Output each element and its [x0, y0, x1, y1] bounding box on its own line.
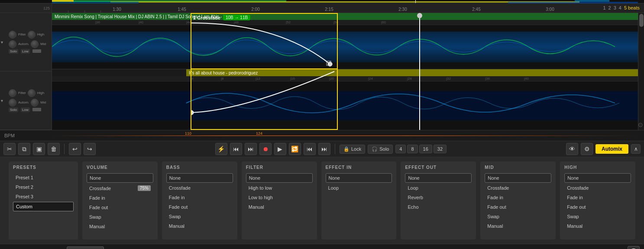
track1-high-knob[interactable]: [28, 31, 36, 39]
track2-mid-label: Mid: [40, 100, 46, 104]
track1-solo-btn[interactable]: Solo: [9, 49, 18, 54]
volume-fadein[interactable]: Fade in: [87, 194, 153, 202]
bass-fadein[interactable]: Fade in: [166, 193, 233, 202]
scissors-btn[interactable]: ✂: [3, 143, 16, 155]
tab-playlist[interactable]: Playlist: [4, 246, 36, 249]
track2-autom-knob[interactable]: [9, 99, 16, 107]
loop-btn[interactable]: 🔁: [289, 143, 301, 155]
filter-lowtohigh[interactable]: Low to high: [246, 193, 313, 202]
tab-track[interactable]: Track: [37, 246, 65, 249]
bass-crossfade[interactable]: Crossfade: [166, 184, 233, 192]
effectout-reverb[interactable]: Reverb: [405, 193, 472, 202]
effectin-none[interactable]: None: [326, 173, 392, 183]
high-fadein[interactable]: Fade in: [564, 193, 631, 202]
preset3-item[interactable]: Preset 3: [13, 192, 74, 201]
track1-low-btn[interactable]: Low: [21, 49, 30, 54]
track1-mid-knob[interactable]: [31, 40, 39, 48]
next-track-btn[interactable]: ⏭: [318, 143, 330, 155]
undo-btn[interactable]: ↩: [69, 143, 81, 155]
effectout-none[interactable]: None: [405, 173, 472, 183]
bpm-label: BPM: [0, 133, 52, 138]
volume-fadeout[interactable]: Fade out: [87, 203, 153, 212]
bass-swap[interactable]: Swap: [166, 212, 233, 221]
track2-filter-label: Filter: [18, 91, 26, 95]
track2-mid-knob[interactable]: [31, 99, 39, 107]
beat-4-btn[interactable]: 4: [395, 145, 406, 153]
bass-fadeout[interactable]: Fade out: [166, 203, 233, 211]
beat-2: 2: [608, 5, 611, 10]
mid-none[interactable]: None: [485, 173, 551, 183]
duplicate-btn[interactable]: ⧉: [18, 143, 30, 155]
rewind-btn[interactable]: ⏮: [230, 143, 242, 155]
track2-high-knob[interactable]: [28, 89, 36, 97]
volume-crossfade-label: Crossfade: [89, 186, 111, 191]
mid-fadein[interactable]: Fade in: [485, 193, 551, 202]
high-fadeout[interactable]: Fade out: [564, 203, 631, 211]
track1-expander[interactable]: ▾: [1, 40, 3, 45]
redo-btn[interactable]: ↪: [84, 143, 96, 155]
tab-video[interactable]: Video: [106, 246, 133, 249]
bass-manual[interactable]: Manual: [166, 222, 233, 230]
track2-area[interactable]: It's all about house - pedrorodriguez |4…: [52, 69, 638, 130]
group-btn[interactable]: ▣: [33, 143, 45, 155]
mid-manual[interactable]: Manual: [485, 222, 551, 230]
mid-fadeout[interactable]: Fade out: [485, 203, 551, 211]
effectout-echo[interactable]: Echo: [405, 203, 472, 211]
custom-item[interactable]: Custom: [13, 202, 74, 211]
mid-swap[interactable]: Swap: [485, 212, 551, 221]
settings-btn[interactable]: ⚙: [581, 143, 593, 155]
preset2-item[interactable]: Preset 2: [13, 183, 74, 191]
volume-none[interactable]: None: [87, 173, 153, 183]
tracks-area[interactable]: Minmini Remix Song | Tropical House Mix …: [52, 13, 644, 130]
filter-hightolow[interactable]: High to low: [246, 184, 313, 192]
solo-button[interactable]: 🎧 Solo: [368, 145, 393, 154]
bass-none[interactable]: None: [166, 173, 233, 183]
track2-low-btn[interactable]: Low: [21, 107, 30, 112]
track1-autom-knob[interactable]: [9, 40, 16, 48]
beat-32-btn[interactable]: 32: [434, 145, 447, 153]
effectout-section: EFFECT OUT None Loop Reverb Echo: [401, 162, 476, 239]
volume-swap[interactable]: Swap: [87, 213, 153, 221]
volume-crossfade[interactable]: Crossfade 75%: [87, 184, 153, 193]
track2-solo-btn[interactable]: Solo: [9, 107, 18, 112]
tab-debug[interactable]: Debug: [215, 246, 245, 249]
automix-button[interactable]: Automix: [595, 144, 628, 154]
delete-btn[interactable]: 🗑: [48, 143, 60, 155]
filter-none[interactable]: None: [246, 173, 313, 183]
beat-16-btn[interactable]: 16: [419, 145, 432, 153]
view-btn[interactable]: 👁: [566, 143, 578, 155]
collapse-panel-btn[interactable]: ∧: [631, 144, 641, 154]
effectout-loop[interactable]: Loop: [405, 184, 472, 192]
preset1-item[interactable]: Preset 1: [13, 173, 74, 182]
svg-rect-5: [52, 91, 638, 120]
play-btn[interactable]: ▶: [274, 143, 286, 155]
lock-button[interactable]: 🔒 Lock: [340, 145, 365, 154]
record-btn[interactable]: ⏺: [259, 143, 272, 155]
filter-manual[interactable]: Manual: [246, 203, 313, 211]
tab-transition[interactable]: Transition: [67, 246, 104, 249]
monitor-btn[interactable]: ⚡: [215, 143, 227, 155]
track2-filter-knob[interactable]: [9, 89, 16, 97]
high-swap[interactable]: Swap: [564, 212, 631, 221]
tab-mididevice[interactable]: MIDI Device: [135, 246, 178, 249]
forward-btn[interactable]: ⏭: [245, 143, 257, 155]
volume-manual[interactable]: Manual: [87, 222, 153, 231]
track1-filter-knob[interactable]: [9, 31, 16, 39]
high-crossfade[interactable]: Crossfade: [564, 184, 631, 192]
track1-area[interactable]: Minmini Remix Song | Tropical House Mix …: [52, 13, 638, 69]
tab-analyze[interactable]: Analyze: [180, 246, 214, 249]
prev-track-btn[interactable]: ⏮: [304, 143, 316, 155]
track2-control: ▾ Filter High Autom. Mid Solo Low: [0, 71, 52, 130]
presets-section: PRESETS Preset 1 Preset 2 Preset 3 Custo…: [9, 162, 78, 239]
chat-icon[interactable]: 💬: [628, 246, 640, 249]
mid-section: MID None Crossfade Fade in Fade out Swap…: [480, 162, 556, 239]
beat-8-btn[interactable]: 8: [407, 145, 417, 153]
high-none[interactable]: None: [564, 173, 631, 183]
mid-crossfade[interactable]: Crossfade: [485, 184, 551, 192]
playhead[interactable]: [419, 13, 420, 130]
volume-header: VOLUME: [87, 165, 153, 170]
track2-expander[interactable]: ▾: [1, 98, 3, 103]
vertical-scrollbar[interactable]: ⊙: [638, 13, 644, 130]
effectin-loop[interactable]: Loop: [326, 184, 392, 192]
high-manual[interactable]: Manual: [564, 222, 631, 230]
